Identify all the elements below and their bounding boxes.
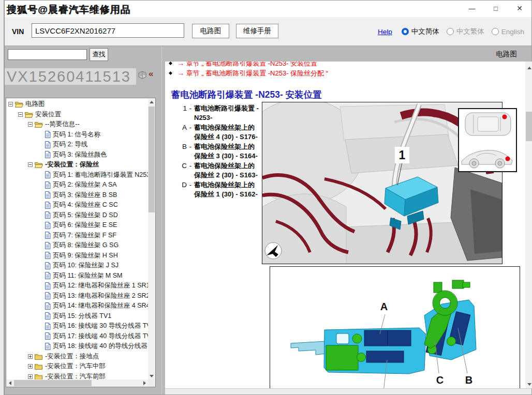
tree-item[interactable]: 电路图	[6, 99, 148, 110]
expand-icon[interactable]	[28, 374, 33, 379]
tree-horizontal-scrollbar[interactable]	[6, 379, 148, 387]
tree-item[interactable]: 页码 1: 信号名称	[6, 130, 148, 140]
tree-item[interactable]: -安装位置：保险丝	[6, 160, 148, 170]
tree-item[interactable]: 页码 17: 接线端 40 导线分线器 TV66	[6, 331, 148, 342]
radio-icon[interactable]	[492, 28, 499, 35]
fuse-assembly-drawing: A C B	[270, 267, 520, 388]
scroll-down-button[interactable]	[148, 372, 155, 379]
tree-item[interactable]: 页码 15: 分线器 TV1	[6, 311, 148, 322]
tree-item[interactable]: 安装位置	[6, 110, 148, 120]
tree-item[interactable]: 页码 7: 保险丝架 F SF	[6, 231, 148, 241]
vin-label: VIN	[12, 27, 24, 36]
tree-item-label: 页码 13: 继电器和保险丝座 2 SR2	[53, 292, 148, 300]
minimize-button[interactable]: —	[460, 1, 484, 16]
folder-closed-icon	[35, 373, 43, 379]
scroll-down-icon	[150, 375, 154, 377]
document-icon	[45, 202, 51, 209]
expand-icon[interactable]	[28, 354, 33, 359]
tree-item[interactable]: 页码 2: 导线	[6, 140, 148, 150]
tree-item[interactable]: 页码 10: 保险丝架 J SJ	[6, 261, 148, 271]
chapter-link[interactable]: → 章节 „ 蓄电池断路引爆装置 -N253- 保险丝分配 “	[169, 68, 525, 78]
tree-item-label: 页码 7: 保险丝架 F SF	[53, 231, 116, 240]
collapse-icon[interactable]	[18, 112, 23, 117]
tree-item[interactable]: -安装位置：接地点	[6, 352, 148, 362]
tree-item[interactable]: 页码 18: 接线端 40 的导线分线器 2 T	[6, 341, 148, 352]
callout-B-label: B	[465, 374, 472, 386]
collapse-icon[interactable]	[8, 102, 13, 107]
tree-item[interactable]: 页码 6: 保险丝架 E SE	[6, 220, 148, 231]
toolbar-right: Help 中文简体中文繁体English	[378, 17, 524, 46]
maximize-button[interactable]: □	[484, 1, 508, 16]
tree-item[interactable]: 页码 1: 蓄电池断路引爆装置 N253	[6, 170, 148, 180]
folder-open-icon	[35, 121, 43, 128]
tree[interactable]: 电路图安装位置--简要信息--页码 1: 信号名称页码 2: 导线页码 3: 保…	[6, 98, 148, 379]
collapse-icon[interactable]	[28, 162, 33, 167]
repair-manual-button[interactable]: 维修手册	[236, 24, 278, 38]
vin-input[interactable]	[32, 23, 184, 38]
tree-item[interactable]: 页码 2: 保险丝架 A SA	[6, 180, 148, 190]
chapter-link-text[interactable]: → 章节 „ 蓄电池断路引爆装置 -N253- 安装位置	[178, 62, 317, 68]
tree-item[interactable]: 页码 4: 保险丝座 C SC	[6, 200, 148, 210]
expand-icon[interactable]	[28, 364, 33, 369]
close-button[interactable]: ✕	[508, 1, 531, 16]
document-icon	[45, 191, 51, 199]
tree-item[interactable]: --简要信息--	[6, 119, 148, 130]
window-controls: — □ ✕	[460, 1, 531, 17]
tree-item[interactable]: 页码 11: 保险丝架 M SM	[6, 271, 148, 281]
scroll-right-button[interactable]	[141, 379, 148, 387]
document-icon	[45, 282, 51, 290]
collapse-icon[interactable]	[28, 122, 33, 127]
search-button[interactable]: 查找	[90, 48, 108, 61]
document-icon	[45, 151, 51, 158]
chapter-links: → 章节 „ 蓄电池断路引爆装置 -N253- 安装位置→ 章节 „ 蓄电池断路…	[165, 62, 525, 78]
scrollbar-thumb[interactable]	[149, 107, 155, 212]
document-area: → 章节 „ 蓄电池断路引爆装置 -N253- 安装位置→ 章节 „ 蓄电池断路…	[165, 62, 525, 388]
tree-item[interactable]: 页码 14: 继电器和保险丝座 4 SR4	[6, 301, 148, 311]
scrollbar-thumb[interactable]	[14, 380, 92, 386]
tree-item[interactable]: 页码 8: 保险丝架 G SG	[6, 240, 148, 251]
watermark-title: 搜狐号@晨睿汽车维修用品	[7, 3, 131, 17]
app-window: 搜狐号@晨睿汽车维修用品 — □ ✕ VIN 电路图 维修手册 Help 中文简…	[4, 0, 532, 395]
tree-item[interactable]: 页码 13: 继电器和保险丝座 2 SR2	[6, 291, 148, 301]
tree-item[interactable]: 页码 12: 继电器和保险丝座 1 SR1	[6, 281, 148, 291]
scrollbar-thumb[interactable]	[526, 112, 532, 141]
book-icon	[138, 71, 147, 81]
collapse-panel-button[interactable]: «	[149, 69, 153, 79]
scroll-down-button[interactable]	[525, 380, 532, 388]
document-icon	[45, 131, 51, 138]
panel-splitter[interactable]	[156, 46, 165, 394]
circuit-diagram-button[interactable]: 电路图	[192, 24, 229, 38]
content-vertical-scrollbar[interactable]	[525, 62, 532, 388]
scroll-left-button[interactable]	[6, 379, 13, 387]
scroll-up-button[interactable]	[148, 98, 155, 105]
tree-item-label: --简要信息--	[45, 120, 80, 129]
legend-key: A	[179, 123, 187, 142]
legend-list: 1-蓄电池断路引爆装置 -N253-A-蓄电池保险丝架上的保险丝 4 (30) …	[179, 104, 260, 200]
help-link[interactable]: Help	[378, 28, 392, 36]
language-radio[interactable]: 中文繁体	[447, 27, 484, 36]
tree-item[interactable]: 页码 9: 保险丝架 H SH	[6, 251, 148, 261]
tree-item[interactable]: 页码 16: 接线端 30 导线分线器 TV2	[6, 321, 148, 331]
language-radio[interactable]: 中文简体	[402, 27, 439, 36]
tree-item[interactable]: -安装位置：汽车中部	[6, 361, 148, 372]
scroll-up-button[interactable]	[525, 64, 532, 72]
folder-open-icon	[15, 101, 23, 108]
radio-icon[interactable]	[447, 28, 454, 35]
chapter-link-text[interactable]: → 章节 „ 蓄电池断路引爆装置 -N253- 保险丝分配 “	[178, 69, 328, 78]
language-radio[interactable]: English	[492, 28, 524, 36]
diamond-bullet-icon	[169, 71, 172, 75]
tree-item[interactable]: 页码 3: 保险丝颜色	[6, 150, 148, 160]
search-input[interactable]	[8, 49, 87, 60]
tree-item[interactable]: -安装位置：汽车前部	[6, 372, 148, 380]
document-icon	[45, 272, 51, 279]
tree-vertical-scrollbar[interactable]	[148, 98, 155, 379]
scroll-up-icon	[150, 101, 154, 103]
tree-item[interactable]: 页码 3: 保险丝座 B SB	[6, 190, 148, 201]
legend-key: C	[179, 161, 187, 180]
document-icon	[45, 332, 51, 340]
chapter-link[interactable]: → 章节 „ 蓄电池断路引爆装置 -N253- 安装位置	[169, 62, 525, 68]
legend-separator: -	[187, 123, 194, 142]
callout-A-label: A	[380, 301, 388, 312]
radio-icon[interactable]	[402, 28, 409, 35]
tree-item[interactable]: 页码 5: 保险丝架 D SD	[6, 210, 148, 221]
